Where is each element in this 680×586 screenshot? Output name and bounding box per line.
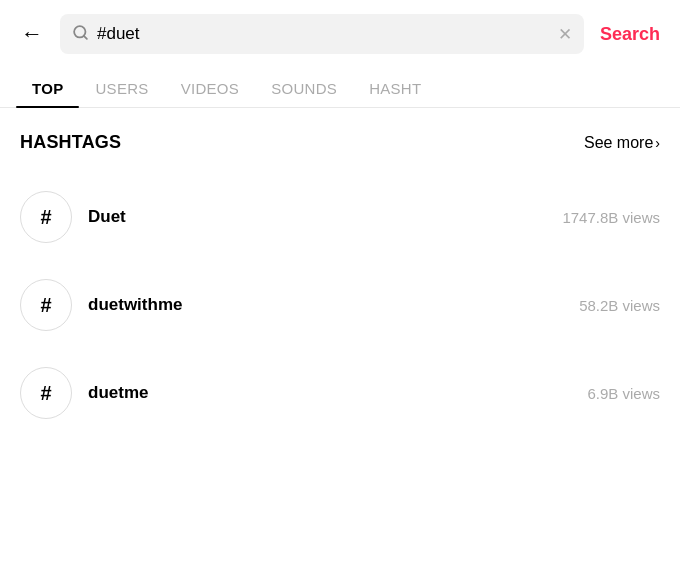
back-arrow-icon: ← — [21, 21, 43, 47]
hashtag-views: 58.2B views — [579, 297, 660, 314]
hashtags-section-header: HASHTAGS See more › — [20, 132, 660, 153]
hashtag-name: duetme — [88, 383, 571, 403]
hashtag-info: duetwithme — [88, 295, 563, 315]
search-bar: ✕ — [60, 14, 584, 54]
search-icon — [72, 24, 89, 44]
hashtag-info: Duet — [88, 207, 546, 227]
see-more-button[interactable]: See more › — [584, 134, 660, 152]
hashtag-name: Duet — [88, 207, 546, 227]
svg-line-1 — [84, 36, 87, 39]
search-button[interactable]: Search — [596, 24, 664, 45]
list-item[interactable]: # duetme 6.9B views — [20, 349, 660, 437]
see-more-label: See more — [584, 134, 653, 152]
hashtag-icon: # — [20, 367, 72, 419]
section-title: HASHTAGS — [20, 132, 121, 153]
tab-sounds[interactable]: SOUNDS — [255, 68, 353, 107]
list-item[interactable]: # duetwithme 58.2B views — [20, 261, 660, 349]
tab-videos[interactable]: VIDEOS — [165, 68, 255, 107]
tab-users[interactable]: USERS — [79, 68, 164, 107]
clear-icon[interactable]: ✕ — [558, 26, 572, 43]
search-input[interactable] — [97, 24, 550, 44]
hashtag-views: 6.9B views — [587, 385, 660, 402]
hashtag-list: # Duet 1747.8B views # duetwithme 58.2B … — [20, 173, 660, 437]
hashtag-icon: # — [20, 279, 72, 331]
hashtag-views: 1747.8B views — [562, 209, 660, 226]
list-item[interactable]: # Duet 1747.8B views — [20, 173, 660, 261]
main-content: HASHTAGS See more › # Duet 1747.8B views… — [0, 108, 680, 437]
tab-top[interactable]: TOP — [16, 68, 79, 107]
hashtag-info: duetme — [88, 383, 571, 403]
hashtag-icon: # — [20, 191, 72, 243]
hashtag-name: duetwithme — [88, 295, 563, 315]
chevron-right-icon: › — [655, 135, 660, 151]
header: ← ✕ Search — [0, 0, 680, 68]
tab-hashtags[interactable]: HASHT — [353, 68, 437, 107]
back-button[interactable]: ← — [16, 18, 48, 50]
tabs-bar: TOP USERS VIDEOS SOUNDS HASHT — [0, 68, 680, 108]
